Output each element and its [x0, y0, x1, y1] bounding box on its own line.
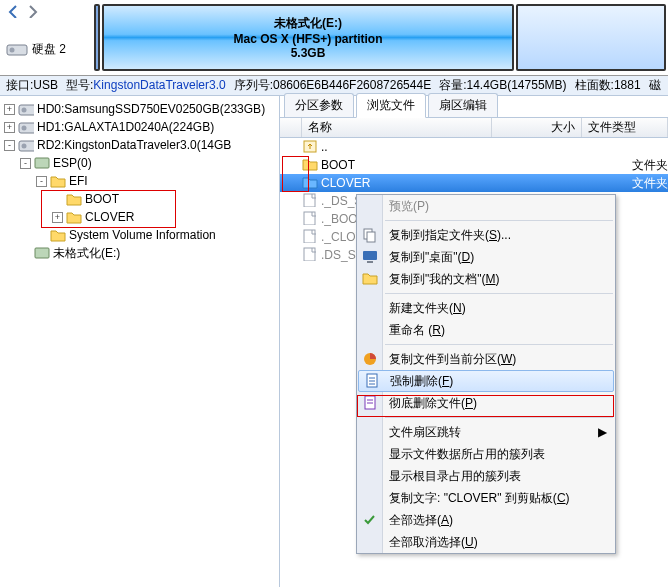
file-icon [302, 193, 318, 210]
ctx-label: 复制到指定文件夹(S)... [389, 227, 511, 244]
nav-back-icon[interactable] [6, 4, 20, 21]
nav-fwd-icon[interactable] [26, 4, 40, 21]
ctx-item[interactable]: 文件扇区跳转▶ [357, 421, 615, 443]
tree-label: RD2:KingstonDataTraveler3.0(14GB [37, 138, 231, 152]
tree-row[interactable]: -ESP(0) [2, 154, 277, 172]
up-icon [302, 139, 318, 156]
tree-row[interactable]: -EFI [2, 172, 277, 190]
submenu-arrow-icon: ▶ [598, 425, 607, 439]
file-name: CLOVER [321, 176, 542, 190]
ctx-item[interactable]: 新建文件夹(N) [357, 297, 615, 319]
part-icon [34, 156, 50, 170]
tree-row[interactable]: +CLOVER [2, 208, 277, 226]
ctx-label: 显示根目录占用的簇列表 [389, 468, 521, 485]
file-icon [302, 247, 318, 264]
folder-icon [66, 210, 82, 224]
file-icon [302, 211, 318, 228]
ctx-label: 复制到"桌面"(D) [389, 249, 474, 266]
tree-expander-icon[interactable]: - [4, 140, 15, 151]
partition-title: 未格式化(E:) [274, 15, 342, 32]
folder-icon [302, 175, 318, 192]
col-size[interactable]: 大小 [492, 118, 582, 137]
folder-icon [50, 228, 66, 242]
ctx-label: 重命名 (R) [389, 322, 445, 339]
ctx-label: 强制删除(F) [390, 373, 453, 390]
tab[interactable]: 扇区编辑 [428, 93, 498, 117]
check-icon [362, 512, 378, 528]
file-type: 文件夹 [632, 157, 668, 174]
folder-icon [302, 157, 318, 174]
ctx-label: 新建文件夹(N) [389, 300, 466, 317]
tree-label: CLOVER [85, 210, 134, 224]
folder-icon [362, 271, 378, 287]
ctx-item[interactable]: 复制到"桌面"(D) [357, 246, 615, 268]
disk-indicator: 硬盘 2 [6, 41, 88, 58]
tree-expander-icon[interactable]: - [20, 158, 31, 169]
col-name[interactable]: 名称 [302, 118, 492, 137]
tree-expander-icon[interactable]: - [36, 176, 47, 187]
ctx-item[interactable]: 复制到"我的文档"(M) [357, 268, 615, 290]
file-row[interactable]: BOOT文件夹 [280, 156, 668, 174]
ctx-item[interactable]: 显示文件数据所占用的簇列表 [357, 443, 615, 465]
tree-row[interactable]: +HD0:SamsungSSD750EV0250GB(233GB) [2, 100, 277, 118]
file-row[interactable]: CLOVER文件夹 [280, 174, 668, 192]
ctx-item[interactable]: 复制文字: "CLOVER" 到剪贴板(C) [357, 487, 615, 509]
tab[interactable]: 浏览文件 [356, 93, 426, 118]
tree-label: 未格式化(E:) [53, 245, 120, 262]
file-name: .. [321, 140, 578, 154]
tree-row[interactable]: System Volume Information [2, 226, 277, 244]
tree-expander-icon[interactable] [20, 248, 31, 259]
tree-row[interactable]: 未格式化(E:) [2, 244, 277, 262]
tree-label: ESP(0) [53, 156, 92, 170]
tree-expander-icon[interactable] [52, 194, 63, 205]
hdd-icon [18, 102, 34, 116]
context-menu: 预览(P) 复制到指定文件夹(S)...复制到"桌面"(D)复制到"我的文档"(… [356, 194, 616, 554]
tree-expander-icon[interactable]: + [4, 104, 15, 115]
ctx-label: 全部取消选择(U) [389, 534, 478, 551]
shred-icon [362, 395, 378, 411]
hdd-icon [18, 120, 34, 134]
ctx-item[interactable]: 重命名 (R) [357, 319, 615, 341]
tree-label: BOOT [85, 192, 119, 206]
partition-size: 5.3GB [291, 46, 326, 60]
tree-row[interactable]: -RD2:KingstonDataTraveler3.0(14GB [2, 136, 277, 154]
tree-row[interactable]: +HD1:GALAXTA1D0240A(224GB) [2, 118, 277, 136]
partition-fs: Mac OS X (HFS+) partition [233, 32, 382, 46]
ctx-label: 显示文件数据所占用的簇列表 [389, 446, 545, 463]
tab[interactable]: 分区参数 [284, 93, 354, 117]
ctx-label: 全部选择(A) [389, 512, 453, 529]
folder-icon [50, 174, 66, 188]
file-icon [302, 229, 318, 246]
tree-expander-icon[interactable]: + [4, 122, 15, 133]
ctx-label: 复制到"我的文档"(M) [389, 271, 500, 288]
ctx-item[interactable]: 全部取消选择(U) [357, 531, 615, 553]
copy-icon [362, 227, 378, 243]
tree-label: HD1:GALAXTA1D0240A(224GB) [37, 120, 214, 134]
doc-icon [364, 373, 380, 389]
file-row[interactable]: .. [280, 138, 668, 156]
pie-icon [362, 351, 378, 367]
tree-row[interactable]: BOOT [2, 190, 277, 208]
ctx-label: 彻底删除文件(P) [389, 395, 477, 412]
device-tree[interactable]: +HD0:SamsungSSD750EV0250GB(233GB)+HD1:GA… [0, 96, 280, 587]
ctx-label: 复制文字: "CLOVER" 到剪贴板(C) [389, 490, 570, 507]
ctx-item[interactable]: 显示根目录占用的簇列表 [357, 465, 615, 487]
ctx-header: 预览(P) [357, 195, 615, 217]
part-icon [34, 246, 50, 260]
file-name: BOOT [321, 158, 542, 172]
ctx-item[interactable]: 复制文件到当前分区(W) [357, 348, 615, 370]
tree-expander-icon[interactable] [36, 230, 47, 241]
tree-label: HD0:SamsungSSD750EV0250GB(233GB) [37, 102, 265, 116]
partition-map[interactable]: 未格式化(E:) Mac OS X (HFS+) partition 5.3GB [94, 0, 668, 75]
ctx-item[interactable]: 全部选择(A) [357, 509, 615, 531]
ctx-item[interactable]: 彻底删除文件(P) [357, 392, 615, 414]
hdd-icon [18, 138, 34, 152]
ctx-item[interactable]: 强制删除(F) [358, 370, 614, 392]
file-type: 文件夹 [632, 175, 668, 192]
ctx-item[interactable]: 复制到指定文件夹(S)... [357, 224, 615, 246]
col-type[interactable]: 文件类型 [582, 118, 668, 137]
ctx-label: 复制文件到当前分区(W) [389, 351, 516, 368]
tree-expander-icon[interactable]: + [52, 212, 63, 223]
folder-icon [66, 192, 82, 206]
tree-label: System Volume Information [69, 228, 216, 242]
